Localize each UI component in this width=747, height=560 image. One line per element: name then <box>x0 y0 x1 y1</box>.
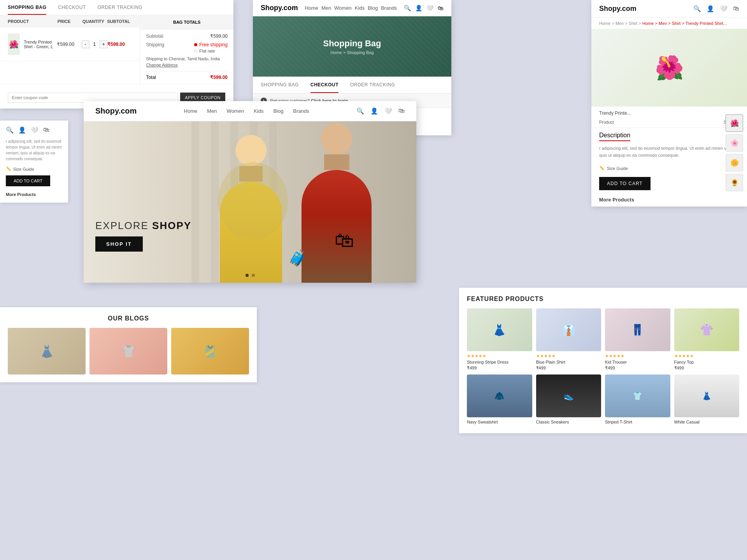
product-account-icon[interactable]: 👤 <box>707 5 714 12</box>
checkout-nav-home[interactable]: Home <box>305 5 318 11</box>
checkout-nav-men[interactable]: Men <box>321 5 331 11</box>
product-name-8: White Casual <box>674 420 740 424</box>
main-wishlist-icon[interactable]: 🤍 <box>384 107 392 115</box>
product-name-7: Striped T-Shirt <box>605 420 670 424</box>
product-card-8[interactable]: 👗 White Casual <box>674 374 740 425</box>
product-meta: Product Subtotal <box>591 120 747 128</box>
product-img-8: 👗 <box>674 374 740 417</box>
product-stars-2: ★★★★★ <box>536 354 601 359</box>
checkout-nav-kids[interactable]: Kids <box>355 5 365 11</box>
product-card-5[interactable]: 🧥 Navy Sweatshirt <box>467 374 532 425</box>
thumb-2[interactable]: 🌸 <box>726 134 743 152</box>
main-logo: Shopy.com <box>95 107 137 116</box>
tab-shopping-bag[interactable]: SHOPPING BAG <box>8 5 46 15</box>
checkout-nav-brands[interactable]: Brands <box>381 5 397 11</box>
product-name-2: Blue Plain Shirt <box>536 360 601 364</box>
bag-item-row: 🌺 Trendy Printed Shirt - Green, L ₹599.0… <box>0 28 140 61</box>
product-card-3[interactable]: 👖 ★★★★★ Kid Trouser ₹499 <box>605 308 670 371</box>
main-hero-layer: Shopy.com Home Men Women Kids Blog Brand… <box>84 101 416 283</box>
bag-item-quantity: - 1 + <box>82 40 108 48</box>
nav-brands[interactable]: Brands <box>293 108 309 114</box>
product-name-5: Navy Sweatshirt <box>467 420 532 424</box>
thumb-3[interactable]: 🌼 <box>726 154 743 172</box>
checkout-hero: Shopping Bag Home > Shopping Bag <box>253 16 451 77</box>
qty-increase-btn[interactable]: + <box>100 40 107 48</box>
product-breadcrumb: Home > Men > Shirt > Home > Men > Shirt … <box>591 18 747 29</box>
nav-blog[interactable]: Blog <box>273 108 283 114</box>
qty-decrease-btn[interactable]: - <box>82 40 89 48</box>
product-breadcrumb-current[interactable]: Home > Men > Shirt > Trendy Printed Shir… <box>642 21 727 26</box>
checkout-hero-title: Shopping Bag <box>323 38 381 49</box>
product-detail-layer: Shopy.com 🔍 👤 🤍 🛍 Home > Men > Shirt > H… <box>591 0 747 206</box>
product-thumbnails: 🌺 🌸 🌼 🌻 <box>726 114 743 191</box>
nav-kids[interactable]: Kids <box>254 108 263 114</box>
frag-more-products: More Products <box>6 192 62 197</box>
checkout-search-icon[interactable]: 🔍 <box>404 5 411 12</box>
hero-dot-2[interactable] <box>252 274 255 277</box>
frag-size-guide[interactable]: 📏 Size Guide <box>6 166 62 172</box>
frag-account-icon[interactable]: 👤 <box>18 126 26 134</box>
blog-card-2[interactable]: 👕 <box>89 328 167 374</box>
product-card-1[interactable]: 👗 ★★★★★ Stunning Stripe Dress ₹499 <box>467 308 532 371</box>
product-nav-icons: 🔍 👤 🤍 🛍 <box>693 5 739 12</box>
blog-card-1[interactable]: 👗 <box>8 328 86 374</box>
qty-value: 1 <box>91 42 98 47</box>
shop-it-button[interactable]: SHOP IT <box>95 236 143 252</box>
shopping-bag-tabs: SHOPPING BAG CHECKOUT ORDER TRACKING <box>0 0 233 15</box>
main-cart-icon[interactable]: 🛍 <box>398 107 405 115</box>
shipping-address: Shipping to Chennai, Tamil Nadu, India <box>146 56 228 61</box>
product-cart-icon[interactable]: 🛍 <box>733 5 739 12</box>
tab-checkout-bag[interactable]: CHECKOUT <box>58 5 86 15</box>
product-price-2: ₹499 <box>536 366 601 371</box>
thumb-1[interactable]: 🌺 <box>726 114 743 132</box>
frag-cart-icon[interactable]: 🛍 <box>43 126 49 134</box>
product-price-1: ₹499 <box>467 366 532 371</box>
size-guide-icon: 📏 <box>599 166 605 171</box>
add-to-cart-btn[interactable]: ADD TO CART <box>599 177 651 190</box>
blog-card-3[interactable]: 🎽 <box>171 328 249 374</box>
change-address-link[interactable]: Change Address <box>146 63 228 67</box>
nav-home[interactable]: Home <box>184 108 198 114</box>
checkout-wishlist-icon[interactable]: 🤍 <box>426 5 434 12</box>
product-card-7[interactable]: 👕 Striped T-Shirt <box>605 374 670 425</box>
product-card-4[interactable]: 👚 ★★★★★ Fancy Top ₹499 <box>674 308 740 371</box>
ctab-order-tracking[interactable]: ORDER TRACKING <box>350 77 395 93</box>
more-products-label: More Products <box>591 193 747 206</box>
product-card-2[interactable]: 👔 ★★★★★ Blue Plain Shirt ₹499 <box>536 308 601 371</box>
bag-item-image: 🌺 <box>8 33 20 55</box>
ctab-shopping-bag[interactable]: SHOPPING BAG <box>261 77 299 93</box>
blogs-title: OUR BLOGS <box>8 315 249 322</box>
main-navbar: Shopy.com Home Men Women Kids Blog Brand… <box>84 101 416 121</box>
main-search-icon[interactable]: 🔍 <box>356 107 364 115</box>
nav-men[interactable]: Men <box>207 108 217 114</box>
product-img-2: 👔 <box>536 308 601 351</box>
checkout-account-icon[interactable]: 👤 <box>415 5 423 12</box>
product-name-6: Classic Sneakers <box>536 420 601 424</box>
checkout-logo: Shopy.com <box>261 4 298 12</box>
frag-wishlist-icon[interactable]: 🤍 <box>31 126 39 134</box>
nav-women[interactable]: Women <box>227 108 244 114</box>
product-price-3: ₹499 <box>605 366 670 371</box>
bag-item-subtotal: ₹599.00 <box>107 42 132 47</box>
product-main-image: 🌺 <box>591 29 747 107</box>
main-nav-links: Home Men Women Kids Blog Brands <box>184 108 309 114</box>
thumb-4[interactable]: 🌻 <box>726 174 743 191</box>
checkout-nav-women[interactable]: Women <box>334 5 352 11</box>
frag-add-cart-btn[interactable]: ADD TO CART <box>6 175 50 186</box>
product-wishlist-icon[interactable]: 🤍 <box>720 5 728 12</box>
checkout-nav-blog[interactable]: Blog <box>368 5 378 11</box>
frag-search-icon[interactable]: 🔍 <box>6 126 14 134</box>
product-card-6[interactable]: 👟 Classic Sneakers <box>536 374 601 425</box>
checkout-cart-icon[interactable]: 🛍 <box>438 5 444 12</box>
tab-order-tracking-bag[interactable]: ORDER TRACKING <box>98 5 142 15</box>
checkout-tabs: SHOPPING BAG CHECKOUT ORDER TRACKING <box>253 77 451 94</box>
size-guide[interactable]: 📏 Size Guide <box>591 163 747 174</box>
product-search-icon[interactable]: 🔍 <box>693 5 701 12</box>
hero-dot-1[interactable] <box>245 274 249 277</box>
product-description-tab[interactable]: Description <box>599 132 630 141</box>
ctab-checkout[interactable]: CHECKOUT <box>310 77 338 93</box>
product-logo: Shopy.com <box>599 5 637 13</box>
main-account-icon[interactable]: 👤 <box>370 107 378 115</box>
product-name-3: Kid Trouser <box>605 360 670 364</box>
products-grid-row2: 🧥 Navy Sweatshirt 👟 Classic Sneakers 👕 S… <box>467 374 739 425</box>
